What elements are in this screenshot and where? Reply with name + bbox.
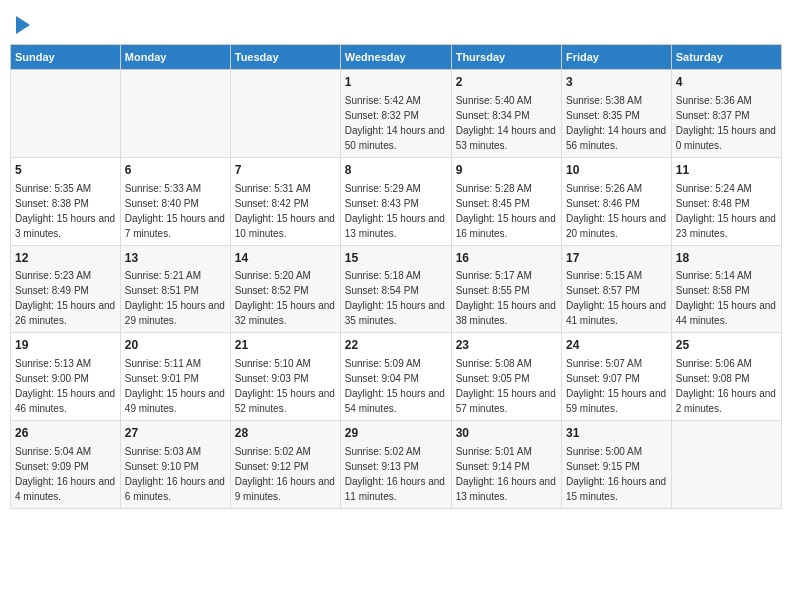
- calendar-cell: 8Sunrise: 5:29 AM Sunset: 8:43 PM Daylig…: [340, 157, 451, 245]
- calendar-cell: 7Sunrise: 5:31 AM Sunset: 8:42 PM Daylig…: [230, 157, 340, 245]
- calendar-cell: 17Sunrise: 5:15 AM Sunset: 8:57 PM Dayli…: [561, 245, 671, 333]
- day-number: 21: [235, 337, 336, 354]
- week-row-2: 5Sunrise: 5:35 AM Sunset: 8:38 PM Daylig…: [11, 157, 782, 245]
- day-info: Sunrise: 5:18 AM Sunset: 8:54 PM Dayligh…: [345, 268, 447, 328]
- calendar-cell: 19Sunrise: 5:13 AM Sunset: 9:00 PM Dayli…: [11, 333, 121, 421]
- day-number: 23: [456, 337, 557, 354]
- day-info: Sunrise: 5:17 AM Sunset: 8:55 PM Dayligh…: [456, 268, 557, 328]
- day-header-sunday: Sunday: [11, 45, 121, 70]
- calendar-cell: [11, 70, 121, 158]
- calendar-cell: [120, 70, 230, 158]
- day-number: 1: [345, 74, 447, 91]
- week-row-5: 26Sunrise: 5:04 AM Sunset: 9:09 PM Dayli…: [11, 421, 782, 509]
- day-info: Sunrise: 5:00 AM Sunset: 9:15 PM Dayligh…: [566, 444, 667, 504]
- day-number: 30: [456, 425, 557, 442]
- day-number: 28: [235, 425, 336, 442]
- day-header-wednesday: Wednesday: [340, 45, 451, 70]
- day-number: 22: [345, 337, 447, 354]
- day-number: 7: [235, 162, 336, 179]
- day-info: Sunrise: 5:29 AM Sunset: 8:43 PM Dayligh…: [345, 181, 447, 241]
- calendar-cell: 24Sunrise: 5:07 AM Sunset: 9:07 PM Dayli…: [561, 333, 671, 421]
- calendar-cell: 27Sunrise: 5:03 AM Sunset: 9:10 PM Dayli…: [120, 421, 230, 509]
- day-info: Sunrise: 5:14 AM Sunset: 8:58 PM Dayligh…: [676, 268, 777, 328]
- calendar-cell: 10Sunrise: 5:26 AM Sunset: 8:46 PM Dayli…: [561, 157, 671, 245]
- day-info: Sunrise: 5:42 AM Sunset: 8:32 PM Dayligh…: [345, 93, 447, 153]
- calendar-cell: 30Sunrise: 5:01 AM Sunset: 9:14 PM Dayli…: [451, 421, 561, 509]
- page-header: [10, 10, 782, 40]
- calendar-cell: 13Sunrise: 5:21 AM Sunset: 8:51 PM Dayli…: [120, 245, 230, 333]
- calendar-cell: 26Sunrise: 5:04 AM Sunset: 9:09 PM Dayli…: [11, 421, 121, 509]
- day-info: Sunrise: 5:10 AM Sunset: 9:03 PM Dayligh…: [235, 356, 336, 416]
- day-info: Sunrise: 5:03 AM Sunset: 9:10 PM Dayligh…: [125, 444, 226, 504]
- day-number: 15: [345, 250, 447, 267]
- day-number: 25: [676, 337, 777, 354]
- calendar-cell: [671, 421, 781, 509]
- logo-arrow-icon: [16, 16, 30, 34]
- calendar-cell: 22Sunrise: 5:09 AM Sunset: 9:04 PM Dayli…: [340, 333, 451, 421]
- calendar-cell: [230, 70, 340, 158]
- day-info: Sunrise: 5:33 AM Sunset: 8:40 PM Dayligh…: [125, 181, 226, 241]
- calendar-cell: 16Sunrise: 5:17 AM Sunset: 8:55 PM Dayli…: [451, 245, 561, 333]
- day-number: 18: [676, 250, 777, 267]
- day-info: Sunrise: 5:23 AM Sunset: 8:49 PM Dayligh…: [15, 268, 116, 328]
- calendar-cell: 25Sunrise: 5:06 AM Sunset: 9:08 PM Dayli…: [671, 333, 781, 421]
- day-number: 2: [456, 74, 557, 91]
- day-number: 26: [15, 425, 116, 442]
- day-info: Sunrise: 5:40 AM Sunset: 8:34 PM Dayligh…: [456, 93, 557, 153]
- day-info: Sunrise: 5:31 AM Sunset: 8:42 PM Dayligh…: [235, 181, 336, 241]
- calendar-cell: 1Sunrise: 5:42 AM Sunset: 8:32 PM Daylig…: [340, 70, 451, 158]
- day-header-thursday: Thursday: [451, 45, 561, 70]
- day-info: Sunrise: 5:06 AM Sunset: 9:08 PM Dayligh…: [676, 356, 777, 416]
- day-number: 10: [566, 162, 667, 179]
- day-number: 13: [125, 250, 226, 267]
- day-number: 17: [566, 250, 667, 267]
- calendar-table: SundayMondayTuesdayWednesdayThursdayFrid…: [10, 44, 782, 509]
- calendar-cell: 23Sunrise: 5:08 AM Sunset: 9:05 PM Dayli…: [451, 333, 561, 421]
- calendar-cell: 5Sunrise: 5:35 AM Sunset: 8:38 PM Daylig…: [11, 157, 121, 245]
- day-info: Sunrise: 5:07 AM Sunset: 9:07 PM Dayligh…: [566, 356, 667, 416]
- day-header-tuesday: Tuesday: [230, 45, 340, 70]
- calendar-cell: 20Sunrise: 5:11 AM Sunset: 9:01 PM Dayli…: [120, 333, 230, 421]
- day-number: 5: [15, 162, 116, 179]
- week-row-4: 19Sunrise: 5:13 AM Sunset: 9:00 PM Dayli…: [11, 333, 782, 421]
- day-info: Sunrise: 5:15 AM Sunset: 8:57 PM Dayligh…: [566, 268, 667, 328]
- calendar-cell: 28Sunrise: 5:02 AM Sunset: 9:12 PM Dayli…: [230, 421, 340, 509]
- day-number: 8: [345, 162, 447, 179]
- day-number: 31: [566, 425, 667, 442]
- calendar-cell: 18Sunrise: 5:14 AM Sunset: 8:58 PM Dayli…: [671, 245, 781, 333]
- day-info: Sunrise: 5:02 AM Sunset: 9:13 PM Dayligh…: [345, 444, 447, 504]
- day-number: 24: [566, 337, 667, 354]
- calendar-cell: 9Sunrise: 5:28 AM Sunset: 8:45 PM Daylig…: [451, 157, 561, 245]
- day-number: 20: [125, 337, 226, 354]
- calendar-cell: 14Sunrise: 5:20 AM Sunset: 8:52 PM Dayli…: [230, 245, 340, 333]
- day-number: 14: [235, 250, 336, 267]
- day-header-row: SundayMondayTuesdayWednesdayThursdayFrid…: [11, 45, 782, 70]
- day-info: Sunrise: 5:38 AM Sunset: 8:35 PM Dayligh…: [566, 93, 667, 153]
- calendar-cell: 29Sunrise: 5:02 AM Sunset: 9:13 PM Dayli…: [340, 421, 451, 509]
- day-header-monday: Monday: [120, 45, 230, 70]
- day-number: 29: [345, 425, 447, 442]
- day-info: Sunrise: 5:36 AM Sunset: 8:37 PM Dayligh…: [676, 93, 777, 153]
- day-number: 16: [456, 250, 557, 267]
- day-info: Sunrise: 5:24 AM Sunset: 8:48 PM Dayligh…: [676, 181, 777, 241]
- day-info: Sunrise: 5:35 AM Sunset: 8:38 PM Dayligh…: [15, 181, 116, 241]
- week-row-1: 1Sunrise: 5:42 AM Sunset: 8:32 PM Daylig…: [11, 70, 782, 158]
- day-number: 9: [456, 162, 557, 179]
- day-number: 11: [676, 162, 777, 179]
- logo: [14, 16, 30, 34]
- day-info: Sunrise: 5:04 AM Sunset: 9:09 PM Dayligh…: [15, 444, 116, 504]
- day-info: Sunrise: 5:01 AM Sunset: 9:14 PM Dayligh…: [456, 444, 557, 504]
- day-info: Sunrise: 5:08 AM Sunset: 9:05 PM Dayligh…: [456, 356, 557, 416]
- day-info: Sunrise: 5:26 AM Sunset: 8:46 PM Dayligh…: [566, 181, 667, 241]
- day-number: 19: [15, 337, 116, 354]
- day-number: 27: [125, 425, 226, 442]
- day-header-saturday: Saturday: [671, 45, 781, 70]
- week-row-3: 12Sunrise: 5:23 AM Sunset: 8:49 PM Dayli…: [11, 245, 782, 333]
- day-number: 4: [676, 74, 777, 91]
- calendar-cell: 12Sunrise: 5:23 AM Sunset: 8:49 PM Dayli…: [11, 245, 121, 333]
- calendar-cell: 21Sunrise: 5:10 AM Sunset: 9:03 PM Dayli…: [230, 333, 340, 421]
- calendar-cell: 6Sunrise: 5:33 AM Sunset: 8:40 PM Daylig…: [120, 157, 230, 245]
- day-number: 3: [566, 74, 667, 91]
- day-info: Sunrise: 5:09 AM Sunset: 9:04 PM Dayligh…: [345, 356, 447, 416]
- calendar-cell: 2Sunrise: 5:40 AM Sunset: 8:34 PM Daylig…: [451, 70, 561, 158]
